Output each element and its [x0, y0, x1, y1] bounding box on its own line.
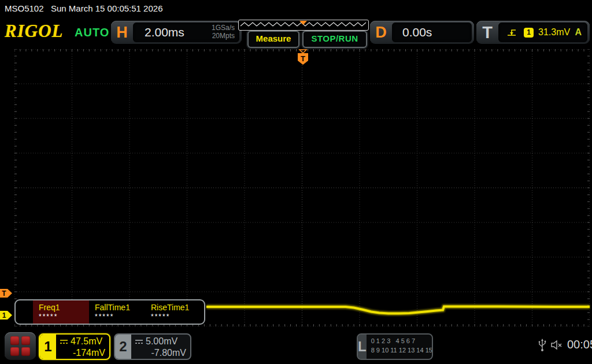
logic-channels-block[interactable]: L 0 1 2 3 4 5 6 78 9 10 11 12 13 14 15: [357, 333, 433, 360]
model-name: MSO5102: [5, 3, 44, 13]
measurement-freq1[interactable]: Freq1 *****: [33, 300, 89, 324]
memory-depth: 20Mpts: [212, 32, 235, 40]
dc-coupling-icon: [135, 339, 143, 344]
usb-icon: [538, 339, 547, 352]
acquisition-status: AUTO: [75, 26, 109, 39]
sample-rate: 1GSa/s: [212, 24, 235, 32]
speaker-muted-icon: [550, 339, 564, 351]
horizontal-label: H: [111, 24, 133, 42]
trigger-mode: A: [575, 27, 582, 38]
horizontal-settings-block[interactable]: H 2.00ms 1GSa/s20Mpts: [111, 21, 242, 44]
trigger-source-badge: 1: [524, 28, 534, 38]
channel2-scale: 5.00mV: [146, 336, 177, 347]
delay-value: 0.00s: [402, 25, 432, 39]
memory-waveform-icon: [239, 20, 367, 29]
svg-text:1: 1: [2, 311, 6, 320]
trigger-settings-block[interactable]: T 1 31.3mV A: [476, 21, 590, 44]
rigol-logo: RIGOL: [5, 21, 63, 42]
runtime-clock: 00:05: [567, 338, 592, 351]
trigger-level-value: 31.3mV: [538, 27, 570, 38]
measure-button[interactable]: Measure: [247, 31, 299, 48]
graticule: [14, 49, 590, 326]
header-bar: RIGOL AUTO H 2.00ms 1GSa/s20Mpts Measure…: [0, 16, 592, 49]
red-square-icon: [21, 347, 30, 356]
dc-coupling-icon: [60, 339, 68, 344]
measurement-falltime1[interactable]: FallTime1 *****: [89, 300, 145, 324]
bottom-bar: 1 47.5mV -174mV 2: [0, 328, 592, 364]
falling-edge-icon: [506, 28, 517, 37]
red-square-icon: [10, 336, 19, 345]
trigger-level-marker[interactable]: T: [0, 289, 12, 298]
channel1-number: 1: [40, 335, 56, 359]
stop-run-button[interactable]: STOP/RUN: [302, 31, 367, 48]
svg-text:T: T: [2, 289, 6, 298]
channel1-ground-marker[interactable]: 1: [0, 311, 12, 320]
channel2-offset: -7.80mV: [135, 347, 186, 359]
system-datetime: Sun March 15 00:05:51 2026: [51, 3, 162, 13]
timebase-value: 2.00ms: [145, 25, 184, 39]
status-bar: MSO5102 Sun March 15 00:05:51 2026: [0, 0, 592, 16]
red-square-icon: [10, 347, 19, 356]
logic-label: L: [358, 335, 367, 359]
red-square-icon: [21, 336, 30, 345]
channel1-offset: -174mV: [60, 347, 105, 359]
grid-lines: [14, 49, 590, 326]
memory-position-preview[interactable]: [238, 20, 369, 31]
logic-channel-numbers: 0 1 2 3 4 5 6 78 9 10 11 12 13 14 15: [367, 335, 432, 359]
channel2-status-block[interactable]: 2 5.00mV -7.80mV: [114, 333, 191, 360]
delay-label: D: [370, 24, 392, 42]
delay-settings-block[interactable]: D 0.00s: [370, 21, 474, 44]
channel1-status-block[interactable]: 1 47.5mV -174mV: [39, 333, 110, 360]
measurement-panel: Freq1 ***** FallTime1 ***** RiseTime1 **…: [14, 299, 205, 325]
channel2-number: 2: [115, 335, 131, 359]
oscilloscope-screen: MSO5102 Sun March 15 00:05:51 2026 RIGOL…: [0, 0, 592, 364]
trigger-label: T: [476, 23, 498, 42]
measurement-risetime1[interactable]: RiseTime1 *****: [145, 300, 201, 324]
sample-rate-memory: 1GSa/s20Mpts: [212, 24, 235, 40]
channel-menu-button[interactable]: [5, 332, 36, 360]
channel1-scale: 47.5mV: [71, 336, 102, 347]
